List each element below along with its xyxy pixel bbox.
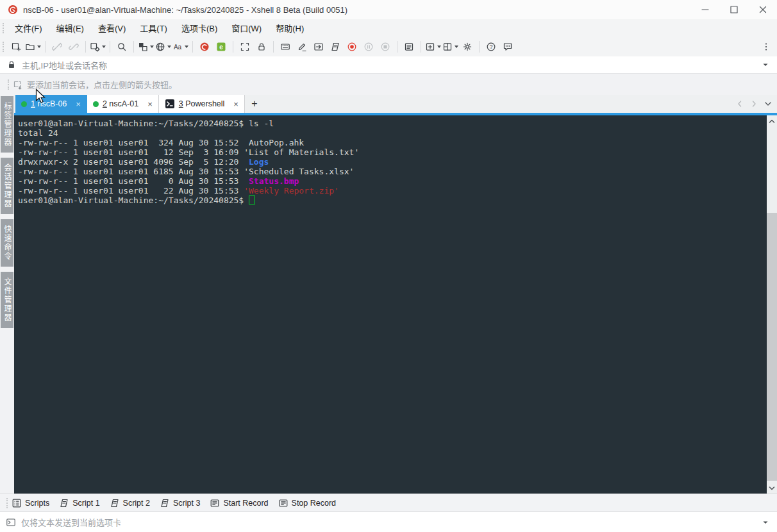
xftp-icon: e — [216, 42, 226, 52]
record-button[interactable] — [344, 39, 360, 54]
sidebar-tab-会话管理器[interactable]: 会话管理器 — [1, 158, 13, 214]
feedback-button[interactable] — [500, 39, 515, 54]
virtual-keyboard-button[interactable] — [278, 39, 293, 54]
sidebar-tab-快速命令[interactable]: 快速命令 — [1, 219, 13, 267]
maximize-button[interactable] — [719, 0, 748, 19]
find-button[interactable] — [114, 39, 130, 54]
menu-item[interactable]: 文件(F) — [8, 19, 49, 37]
script-button-start-record[interactable]: Start Record — [210, 498, 268, 508]
address-input[interactable]: 主机,IP地址或会话名称 — [22, 59, 107, 71]
sidebar-tab-文件管理器[interactable]: 文件管理器 — [1, 272, 13, 328]
terminal-line: -rw-rw-r-- 1 user01 user01 324 Aug 30 15… — [18, 138, 767, 147]
script-file-icon — [110, 498, 120, 508]
add-session-icon[interactable] — [13, 79, 23, 90]
script-button-script-1[interactable]: Script 1 — [59, 498, 99, 508]
font-icon: Aa — [172, 42, 183, 52]
chevron-right-icon[interactable] — [749, 99, 759, 109]
stop-record-icon — [380, 42, 390, 52]
close-button[interactable] — [748, 0, 777, 19]
send-dropdown-button[interactable] — [760, 517, 771, 528]
chevron-left-icon[interactable] — [735, 99, 745, 109]
menu-item[interactable]: 编辑(E) — [49, 19, 91, 37]
menu-item[interactable]: 帮助(H) — [269, 19, 311, 37]
sidebar-tab-标签管理器[interactable]: 标签管理器 — [1, 96, 13, 153]
options-button[interactable] — [460, 39, 475, 54]
toolbar-separator — [45, 41, 46, 53]
log-button[interactable] — [401, 39, 417, 54]
terminal-cursor — [249, 195, 255, 204]
new-session-button[interactable] — [8, 39, 24, 54]
terminal-line: -rw-rw-r-- 1 user01 user01 6185 Aug 30 1… — [18, 167, 767, 176]
menu-item[interactable]: 工具(T) — [133, 19, 174, 37]
help-icon: ? — [486, 42, 496, 52]
scroll-down-icon[interactable] — [767, 483, 777, 494]
terminal-screen[interactable]: user01@alan-Virtual-Machine:~/Tasks/2024… — [14, 115, 767, 494]
tab-nscB-06[interactable]: 1 nscB-06× — [15, 95, 87, 113]
reconnect-button[interactable] — [66, 39, 81, 54]
color-scheme-button[interactable] — [138, 39, 154, 54]
terminal-line: user01@alan-Virtual-Machine:~/Tasks/2024… — [18, 119, 767, 128]
terminal-scrollbar[interactable] — [767, 115, 777, 494]
script-button-label: Script 3 — [173, 499, 200, 508]
scripts-menu-icon — [12, 498, 22, 508]
window-controls — [690, 0, 777, 19]
toolbar-grip — [3, 23, 4, 33]
tab-close-button[interactable]: × — [233, 99, 238, 109]
send-text-input[interactable]: 仅将文本发送到当前选项卡 — [21, 516, 121, 528]
new-tab-button[interactable] — [425, 39, 441, 54]
open-session-button[interactable] — [25, 39, 41, 54]
session-hint-bar: 要添加当前会话，点击左侧的箭头按钮。 — [0, 74, 777, 95]
address-dropdown-button[interactable] — [760, 60, 771, 70]
xshell-button[interactable] — [197, 39, 212, 54]
script-button-label: Script 2 — [123, 499, 150, 508]
script-file-icon — [59, 498, 69, 508]
chevron-down-icon[interactable] — [763, 99, 773, 109]
compose-button[interactable] — [294, 39, 310, 54]
scrollbar-thumb[interactable] — [767, 213, 777, 481]
tab-Powershell[interactable]: 3 Powershell× — [159, 95, 245, 113]
help-button[interactable]: ? — [483, 39, 499, 54]
address-bar[interactable]: 主机,IP地址或会话名称 — [0, 56, 777, 74]
script-button-script-3[interactable]: Script 3 — [160, 498, 200, 508]
disconnect-button[interactable] — [49, 39, 65, 54]
menu-item[interactable]: 选项卡(B) — [174, 19, 224, 37]
script-button-stop-record[interactable]: Stop Record — [278, 498, 336, 508]
send-text-button[interactable] — [311, 39, 326, 54]
caret-down-icon — [437, 46, 441, 48]
lock-screen-icon — [256, 42, 267, 52]
session-properties-button[interactable] — [90, 39, 106, 54]
send-text-bar[interactable]: 仅将文本发送到当前选项卡 — [0, 511, 777, 532]
script-button-script-2[interactable]: Script 2 — [110, 498, 150, 508]
xftp-button[interactable]: e — [213, 39, 229, 54]
xshell-logo-icon — [8, 4, 18, 15]
font-button[interactable]: Aa — [172, 39, 188, 54]
session-connected-dot — [21, 101, 27, 107]
new-tab-button[interactable]: + — [245, 95, 264, 113]
menu-item[interactable]: 查看(V) — [91, 19, 133, 37]
tab-close-button[interactable]: × — [76, 99, 81, 109]
script-button-scripts[interactable]: Scripts — [12, 498, 49, 508]
tab-nscA-01[interactable]: 2 nscA-01× — [87, 95, 159, 113]
stop-record-button[interactable] — [378, 39, 393, 54]
tile-layout-button[interactable] — [442, 39, 458, 54]
terminal-line: -rw-rw-r-- 1 user01 user01 12 Sep 3 16:0… — [18, 147, 767, 157]
minimize-button[interactable] — [690, 0, 719, 19]
toolbar-overflow-button[interactable] — [758, 39, 774, 54]
menu-item[interactable]: 窗口(W) — [224, 19, 269, 37]
web-button[interactable] — [155, 39, 171, 54]
tab-close-button[interactable]: × — [147, 99, 153, 109]
lock-screen-button[interactable] — [254, 39, 269, 54]
fullscreen-button[interactable] — [237, 39, 253, 54]
script-file-icon — [160, 498, 170, 508]
scroll-up-icon[interactable] — [767, 115, 777, 126]
minimize-icon — [700, 4, 710, 15]
script-button[interactable] — [328, 39, 343, 54]
pause-record-button[interactable] — [361, 39, 376, 54]
script-button-label: Script 1 — [72, 499, 99, 508]
caret-down-icon — [37, 46, 41, 48]
caret-down-icon — [167, 46, 171, 48]
script-button-label: Stop Record — [292, 499, 336, 508]
svg-text:e: e — [219, 43, 223, 50]
caret-down-icon — [150, 46, 154, 48]
record-start-icon — [210, 498, 220, 508]
